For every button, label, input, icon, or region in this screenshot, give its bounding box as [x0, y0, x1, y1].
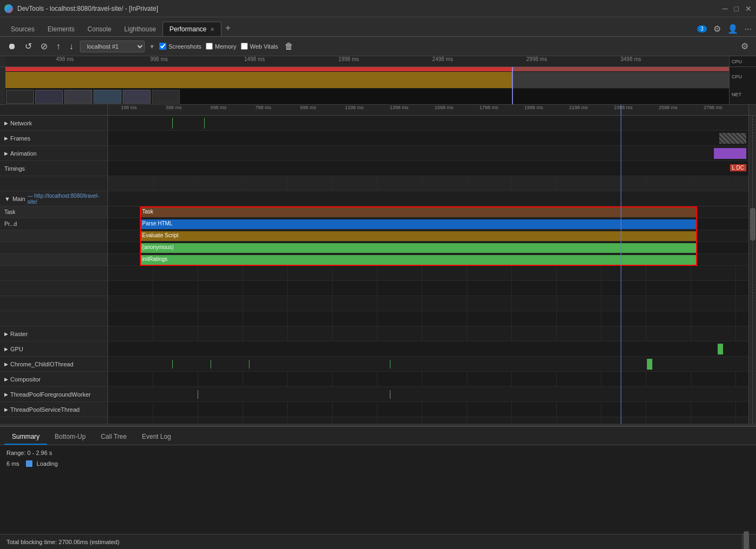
evaluate-flame-row: Evaluate Script	[108, 230, 748, 242]
webvitals-checkbox-label[interactable]: Web Vitals	[241, 43, 278, 50]
range-text: Range: 0 - 2.96 s	[6, 450, 750, 456]
parse-label-row: Pr...d	[0, 218, 107, 230]
download-button[interactable]: ↓	[67, 41, 76, 52]
chrome-childio-label-text: Chrome_ChildIOThread	[10, 361, 73, 367]
evaluate-bar[interactable]: Evaluate Script	[140, 231, 697, 241]
gpu-track-label[interactable]: ▶ GPU	[0, 342, 107, 357]
tab-eventlog-label: Event Log	[142, 433, 171, 440]
timeline-scrollbar[interactable]	[748, 116, 756, 424]
tab-performance-label: Performance	[170, 25, 207, 33]
empty-row-3	[108, 296, 748, 311]
time-598: 598 ms	[211, 105, 227, 110]
screenshots-checkbox-label[interactable]: Screenshots	[159, 43, 201, 50]
ruler-mark-4: 1998 ms	[338, 56, 359, 62]
empty-row-1	[108, 266, 748, 281]
threadpool-fg-track-label[interactable]: ▶ ThreadPoolForegroundWorker	[0, 387, 107, 402]
time-1198: 1198 ms	[345, 105, 364, 110]
tab-add-button[interactable]: +	[221, 20, 235, 36]
bottom-scrollbar-thumb[interactable]	[744, 531, 749, 550]
screenshot-5	[123, 90, 151, 104]
tab-console[interactable]: Console	[81, 22, 118, 36]
devtools-icon	[4, 4, 13, 13]
task-bar[interactable]: Task	[140, 207, 697, 217]
raster-track-label[interactable]: ▶ Raster	[0, 326, 107, 342]
tab-calltree[interactable]: Call Tree	[93, 430, 134, 445]
more-icon[interactable]: ···	[745, 24, 752, 34]
frames-track-label[interactable]: ▶ Frames	[0, 131, 107, 146]
animation-track-row	[108, 146, 748, 161]
anonymous-bar[interactable]: (anonymous)	[140, 243, 697, 253]
webvitals-checkbox[interactable]	[241, 43, 248, 50]
ruler-mark-2: 998 ms	[150, 56, 168, 62]
time-1398: 1398 ms	[390, 105, 409, 110]
compositor-mark	[198, 390, 198, 399]
settings-icon[interactable]: ⚙	[713, 24, 721, 34]
parse-bar[interactable]: Parse HTML	[140, 219, 697, 229]
overview-chart[interactable]: CPU NET	[0, 67, 756, 105]
timings-track-label[interactable]: Timings	[0, 161, 107, 176]
tab-elements[interactable]: Elements	[41, 22, 81, 36]
task-label: Task	[4, 209, 16, 215]
close-button[interactable]: ✕	[745, 4, 752, 13]
flame-chart-area[interactable]: Task Parse HTML Evaluate Scrip	[108, 206, 748, 266]
anonymous-bar-label: (anonymous)	[142, 244, 173, 250]
time-2198: 2198 ms	[569, 105, 588, 110]
cpu-label: CPU	[732, 59, 756, 64]
tab-close-icon[interactable]: ✕	[210, 26, 214, 32]
raster-arrow-icon: ▶	[4, 331, 8, 337]
tab-eventlog[interactable]: Event Log	[134, 430, 179, 445]
url-selector[interactable]: localhost #1	[80, 41, 145, 52]
tab-summary[interactable]: Summary	[4, 430, 47, 445]
chrome-childio-track-label[interactable]: ▶ Chrome_ChildIOThread	[0, 357, 107, 372]
notification-badge: 3	[697, 25, 707, 32]
animation-track-label[interactable]: ▶ Animation	[0, 146, 107, 161]
bottom-scrollbar[interactable]	[742, 534, 750, 549]
overview-red-bar	[5, 67, 729, 71]
network-track-label[interactable]: ▶ Network	[0, 116, 107, 131]
compositor-track-label[interactable]: ▶ Compositor	[0, 372, 107, 387]
trash-button[interactable]: 🗑	[282, 41, 295, 52]
gpu-bar-4	[390, 360, 390, 369]
time-998: 998 ms	[300, 105, 316, 110]
main-header-row	[108, 191, 748, 206]
time-1798: 1798 ms	[480, 105, 498, 110]
tab-sources[interactable]: Sources	[4, 22, 41, 36]
tab-bottomup[interactable]: Bottom-Up	[47, 430, 93, 445]
scrollbar-thumb[interactable]	[750, 208, 755, 240]
animation-label-text: Animation	[10, 150, 37, 157]
main-label-text: Main	[12, 196, 25, 202]
tab-lighthouse-label: Lighthouse	[124, 25, 156, 33]
ruler-mark-1: 498 ms	[56, 56, 74, 62]
user-icon[interactable]: 👤	[727, 24, 738, 34]
time-198: 198 ms	[121, 105, 137, 110]
devtools-settings-button[interactable]: ⚙	[739, 40, 751, 52]
memory-checkbox[interactable]	[206, 43, 213, 50]
window-controls[interactable]: ─ □ ✕	[723, 4, 752, 13]
overview-cpu-bar	[5, 72, 729, 88]
selection-marker	[512, 67, 513, 104]
parse-label: Pr...d	[4, 221, 17, 227]
reload-button[interactable]: ↺	[23, 40, 34, 52]
screenshot-3	[64, 90, 92, 104]
tab-action-bar: 3 ⚙ 👤 ···	[697, 24, 752, 36]
memory-checkbox-label[interactable]: Memory	[206, 43, 237, 50]
maximize-button[interactable]: □	[734, 4, 739, 13]
clear-button[interactable]: ⊘	[38, 40, 50, 52]
frames-indicator	[719, 133, 746, 144]
record-button[interactable]: ⏺	[5, 41, 18, 52]
initratings-flame-row: initRatings	[108, 254, 748, 266]
minimize-button[interactable]: ─	[723, 4, 728, 13]
tab-performance[interactable]: Performance ✕	[163, 22, 221, 36]
screenshots-checkbox[interactable]	[159, 43, 166, 50]
spacer-row	[0, 176, 107, 191]
compositor-label-text: Compositor	[10, 376, 40, 383]
empty-row-5	[108, 326, 748, 342]
gpu-bar-2	[211, 360, 211, 369]
upload-button[interactable]: ↑	[54, 41, 63, 52]
threadpool-svc-track-label[interactable]: ▶ ThreadPoolServiceThread	[0, 402, 107, 417]
tab-lighthouse[interactable]: Lighthouse	[118, 22, 163, 36]
window-title: DevTools - localhost:8080/travel-site/ -…	[17, 5, 718, 12]
gpu-bar-3	[249, 360, 249, 369]
initratings-bar[interactable]: initRatings	[140, 255, 697, 265]
main-section-label[interactable]: ▼ Main — http://localhost:8080/travel-si…	[0, 191, 107, 206]
